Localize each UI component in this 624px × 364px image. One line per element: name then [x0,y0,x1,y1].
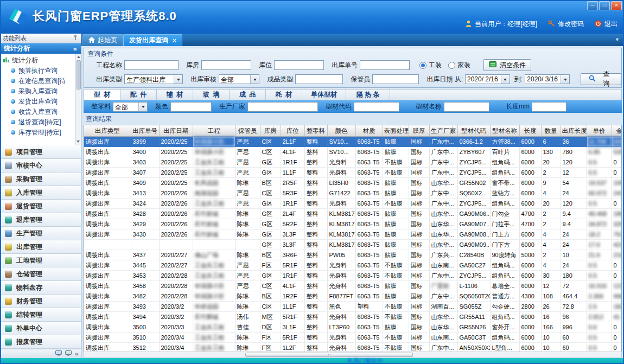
cell[interactable]: 6063-T5 [355,281,383,291]
cell[interactable]: 9 [541,178,561,188]
scrollbar-thumb[interactable] [245,353,413,357]
cell[interactable]: 幕墙全... [490,281,519,291]
cell[interactable]: 整料 [304,188,327,199]
cell[interactable]: G区 [260,199,281,209]
material-tab-5[interactable]: 成 品 [230,90,266,100]
cell[interactable]: 调拨出库 [84,178,131,188]
cell[interactable]: 门上方 [490,229,519,240]
cell[interactable]: ZYCJP5... [457,157,490,168]
cell[interactable]: 不贴膜 [383,343,409,352]
cell[interactable]: L-1106 [457,281,490,291]
cell[interactable]: G区 [260,209,281,219]
cell[interactable]: 严思 [235,188,260,199]
cell[interactable]: 1R2F [281,291,304,302]
cell[interactable]: 贴膜 [383,219,409,229]
tree-scrollbar[interactable] [75,54,81,145]
cell[interactable]: 汤伟 [235,312,260,322]
cell[interactable]: 调拨出库 [84,322,131,333]
cell[interactable]: 调拨出库 [84,137,131,147]
cell[interactable]: 严思 [235,147,260,157]
cell[interactable]: KLM3817 [327,229,355,240]
cell[interactable]: 2020/2/26 [159,209,193,219]
cell[interactable]: 6000 [519,199,541,209]
cell[interactable]: 2020/2/25 [159,147,193,157]
column-header[interactable]: 工程 [193,125,235,137]
cell[interactable]: 不贴膜 [383,333,409,343]
logout-link[interactable]: 退出 [595,20,617,29]
column-header[interactable]: 表面处理 [383,125,409,137]
cell[interactable]: 光身料 [327,199,355,209]
cell[interactable]: C区 [260,281,281,291]
cell[interactable]: 山东华... [429,229,457,240]
column-header[interactable]: 膜厚 [409,125,429,137]
table-row[interactable]: 调拨出库34092020/2/25长风花园陈琳B区2R5F整料LI35H0606… [84,178,622,188]
cell[interactable]: ZYCJP5... [457,271,490,281]
cell[interactable]: KLM3817 [327,209,355,219]
cell[interactable]: 6000 [519,178,541,188]
cell[interactable]: G区 [260,219,281,229]
cell[interactable]: 19.537 [587,178,612,188]
cell[interactable]: 106 [612,178,622,188]
cell[interactable]: SQ5050T20 [457,291,490,302]
sidebar-item-site[interactable]: 工地管理 [0,254,81,267]
cell[interactable]: 3437 [131,250,159,260]
material-tab-8[interactable]: 隔 热 条 [346,90,390,100]
cell[interactable]: 0 [612,333,622,343]
cell[interactable]: 湖南百... [429,302,457,312]
cell[interactable]: 6000 [519,333,541,343]
cell[interactable]: 陈琳 [235,343,260,352]
computer-icon[interactable] [55,350,62,357]
cell[interactable]: G区 [260,168,281,178]
cell[interactable]: 2020/2/25 [159,157,193,168]
cell[interactable]: 2 [541,209,561,219]
profile-name-input[interactable] [444,102,489,112]
cell[interactable]: 国标 [409,240,429,250]
cell[interactable]: 调拨出库 [84,209,131,219]
cell[interactable]: 0 [612,199,622,209]
cell[interactable]: 华润源小区 [193,281,235,291]
cell[interactable]: 3429 [131,219,159,229]
maximize-button[interactable]: □ [599,1,610,10]
cell[interactable]: 5R1F [281,333,304,343]
cell[interactable]: GR55A11 [457,312,490,322]
cell[interactable]: D区 [260,322,281,333]
cell[interactable]: 整料 [304,291,327,302]
cell[interactable]: 5R3F [281,188,304,199]
sidebar-item-project[interactable]: 项目管理 [0,145,81,159]
column-header[interactable]: 出库类型 [84,125,131,137]
cell[interactable]: 整料 [304,302,327,312]
column-header[interactable]: 生产厂家 [429,125,457,137]
cell[interactable]: 2.5 [587,302,612,312]
cell[interactable]: 严思 [235,168,260,178]
cell[interactable]: 普通方... [490,291,519,302]
cell[interactable]: 3482 [131,291,159,302]
cell[interactable]: 山东华... [429,209,457,219]
cell[interactable]: 6063-T5 [355,250,383,260]
cell[interactable]: 2020/2/26 [159,188,193,199]
cell[interactable]: 2020/2/25 [159,178,193,188]
table-row[interactable]: 调拨出库34942020/3/2石竹辉城汤伟M区5R1F整料光身料6063-T5… [84,312,622,322]
cell[interactable]: 9.4 [561,209,587,219]
cell[interactable]: 3445 [131,260,159,271]
cell[interactable]: 严思 [235,260,260,271]
tabs-overflow-dropdown-icon[interactable]: ▼ [615,37,620,42]
cell[interactable]: B区 [260,178,281,188]
cell[interactable]: 180 [561,271,587,281]
cell[interactable]: 佛山广场 [193,250,235,260]
cell[interactable]: 国标 [409,137,429,147]
cell[interactable]: 3L3F [281,229,304,240]
cell[interactable]: G区 [260,229,281,240]
cell[interactable]: 组角码... [490,199,519,209]
cell[interactable]: 国标 [409,260,429,271]
cell[interactable]: F8877FT [327,291,355,302]
table-row[interactable]: 调拨出库34072020/2/25工业共工程严思G区1L1F整料光身料6063-… [84,168,622,178]
cell[interactable]: 6063-T5 [355,343,383,352]
cell[interactable]: C区 [260,188,281,199]
cell[interactable]: 山东华... [429,178,457,188]
cell[interactable]: 贴膜 [383,229,409,240]
cell[interactable]: 12 [541,281,561,291]
cell[interactable]: M区 [260,312,281,322]
cell[interactable]: 24 [561,260,587,271]
cell[interactable]: 2020/2/26 [159,219,193,229]
cell[interactable]: 广东中... [429,271,457,281]
